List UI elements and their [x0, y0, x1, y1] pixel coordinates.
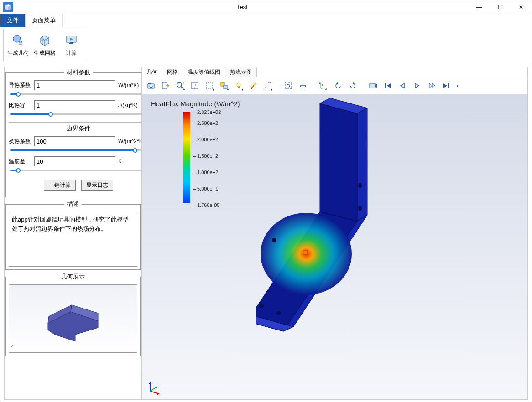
brush-icon[interactable]: [247, 79, 260, 92]
spinner-icon: ◜: [11, 344, 13, 350]
camera-icon[interactable]: [145, 79, 157, 92]
svg-rect-54: [303, 250, 308, 255]
svg-point-55: [358, 183, 362, 188]
heatcap-slider[interactable]: [10, 111, 141, 118]
viewport-toolbar: +▼ ▼ ▼ ▼ ✕▼ zxy »: [142, 77, 527, 94]
svg-point-56: [358, 206, 362, 211]
boundary-legend: 边界条件: [9, 124, 141, 133]
svg-rect-5: [70, 42, 73, 43]
titlebar: Test — ☐ ✕: [0, 0, 532, 14]
zoom-window-icon[interactable]: [282, 79, 295, 92]
description-text: 此app针对回旋镖玩具的模型，研究了此模型处于热对流边界条件下的热场分布。: [9, 212, 137, 267]
viewport-3d[interactable]: HeatFlux Magnitude (W/m^2) 2.823e+02 2.5…: [142, 94, 527, 399]
material-legend: 材料参数: [64, 68, 93, 77]
coeff-slider[interactable]: [10, 147, 141, 154]
ribbon-compute[interactable]: 计算: [60, 33, 82, 57]
maximize-button[interactable]: ☐: [490, 0, 511, 14]
tick-label: 2.823e+02: [193, 110, 221, 115]
axes-icon[interactable]: zxy: [317, 79, 330, 92]
conductivity-unit: W/(m*K): [118, 82, 141, 88]
light-icon[interactable]: ▼: [232, 79, 245, 92]
step-back-icon[interactable]: [396, 79, 409, 92]
svg-marker-41: [401, 83, 404, 88]
rotate-cw-icon[interactable]: [346, 79, 359, 92]
video-icon[interactable]: [367, 79, 380, 92]
ribbon-generate-geometry[interactable]: 生成几何: [7, 33, 29, 57]
menu-tab-file[interactable]: 文件: [0, 14, 26, 27]
geom-preview-legend: 几何展示: [58, 273, 88, 281]
description-legend: 描述: [64, 200, 82, 208]
ribbon-generate-mesh[interactable]: 生成网格: [34, 33, 56, 57]
heatcap-input[interactable]: [34, 100, 115, 110]
conductivity-slider[interactable]: [10, 91, 141, 98]
tab-temp-contour[interactable]: 温度等值线图: [183, 67, 225, 77]
svg-marker-38: [375, 84, 377, 88]
menu-tab-page[interactable]: 页面菜单: [26, 14, 63, 27]
toolbar-separator: [278, 80, 278, 91]
svg-text:x: x: [325, 87, 327, 90]
svg-marker-42: [415, 83, 419, 88]
tab-mesh[interactable]: 网格: [162, 67, 183, 77]
step-first-icon[interactable]: [381, 79, 394, 92]
geom-preview[interactable]: ◜: [9, 284, 137, 353]
one-click-calc-button[interactable]: 一键计算: [44, 180, 76, 191]
svg-point-21: [237, 83, 240, 87]
tab-heatflux[interactable]: 热流云图: [225, 67, 257, 77]
svg-marker-64: [157, 392, 159, 395]
close-button[interactable]: ✕: [511, 0, 532, 14]
svg-rect-37: [370, 83, 375, 88]
toolbar-separator: [313, 80, 313, 91]
rotate-ccw-icon[interactable]: [332, 79, 344, 92]
cube-mesh-icon: [37, 33, 52, 47]
material-group: 材料参数 导热系数 W/(m*K) 比热容 J/(kg*K) 边界条件 换热系数…: [5, 68, 141, 197]
right-panel: 几何 网格 温度等值线图 热流云图 +▼ ▼ ▼ ▼ ✕▼ zxy: [141, 67, 527, 399]
svg-rect-22: [238, 87, 240, 88]
toolbar-overflow[interactable]: »: [454, 82, 462, 89]
sphere-cone-icon: [11, 33, 26, 47]
svg-marker-47: [320, 103, 357, 221]
conductivity-input[interactable]: [34, 80, 115, 90]
ribbon-label: 计算: [66, 49, 77, 57]
svg-marker-44: [432, 83, 435, 88]
svg-marker-40: [387, 83, 391, 88]
model-l-shape: [256, 94, 393, 350]
select-box-icon[interactable]: [188, 79, 201, 92]
menubar: 文件 页面菜单: [0, 14, 532, 27]
coeff-input[interactable]: [34, 136, 115, 146]
select-group-icon[interactable]: ▼: [218, 79, 230, 92]
show-log-button[interactable]: 显示日志: [81, 180, 113, 191]
step-last-icon[interactable]: [440, 79, 453, 92]
measure-icon[interactable]: ✕▼: [261, 79, 274, 92]
tempdiff-slider[interactable]: [10, 167, 141, 174]
description-group: 描述 此app针对回旋镖玩具的模型，研究了此模型处于热对流边界条件下的热场分布。: [5, 200, 141, 270]
export-icon[interactable]: [159, 79, 172, 92]
colorbar: [183, 112, 190, 203]
svg-point-59: [272, 238, 276, 242]
zoom-icon[interactable]: +▼: [174, 79, 187, 92]
coeff-unit: W/(m^2*K): [118, 138, 141, 144]
step-fwd-icon[interactable]: [425, 79, 438, 92]
svg-text:z: z: [319, 82, 321, 84]
tick-label: 5.000e+1: [193, 186, 218, 191]
svg-marker-63: [149, 382, 151, 384]
svg-rect-6: [69, 43, 73, 44]
colorbar-title: HeatFlux Magnitude (W/m^2): [151, 100, 240, 108]
pan-icon[interactable]: [297, 79, 309, 92]
axis-triad-icon: [146, 377, 164, 396]
tick-label: 1.000e+2: [193, 170, 218, 175]
tab-geometry[interactable]: 几何: [142, 67, 162, 77]
minimize-button[interactable]: —: [469, 0, 490, 14]
svg-point-58: [276, 311, 281, 315]
svg-rect-46: [448, 83, 449, 88]
play-icon[interactable]: [411, 79, 423, 92]
svg-marker-45: [443, 83, 447, 88]
svg-text:✕: ✕: [267, 82, 271, 84]
heatcap-label: 比热容: [9, 102, 31, 109]
select-rect-icon[interactable]: ▼: [203, 79, 216, 92]
tempdiff-input[interactable]: [34, 156, 115, 166]
window-title: Test: [16, 4, 469, 10]
ribbon-label: 生成几何: [7, 49, 29, 57]
tick-label: 2.000e+2: [193, 137, 218, 142]
tempdiff-unit: K: [118, 158, 141, 165]
view-tabs: 几何 网格 温度等值线图 热流云图: [142, 67, 527, 77]
